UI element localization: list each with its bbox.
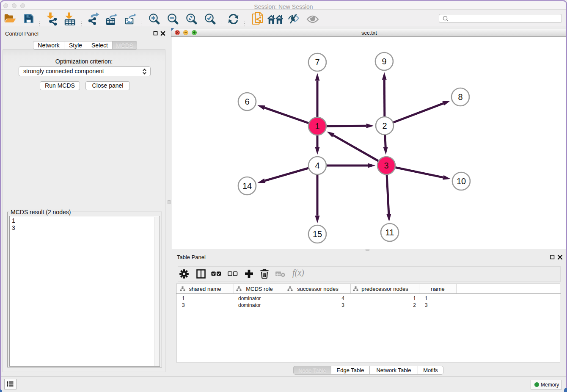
svg-text:9: 9 — [382, 57, 386, 66]
svg-text:8: 8 — [458, 92, 462, 102]
svg-text:15: 15 — [313, 229, 322, 239]
svg-text:6: 6 — [245, 97, 249, 106]
svg-text:4: 4 — [315, 161, 319, 170]
svg-text:11: 11 — [385, 228, 394, 237]
svg-text:2: 2 — [382, 121, 387, 130]
svg-text:10: 10 — [457, 177, 466, 186]
svg-text:14: 14 — [242, 181, 252, 190]
svg-text:3: 3 — [384, 161, 388, 170]
svg-text:1: 1 — [315, 121, 319, 131]
svg-text:7: 7 — [315, 58, 319, 67]
